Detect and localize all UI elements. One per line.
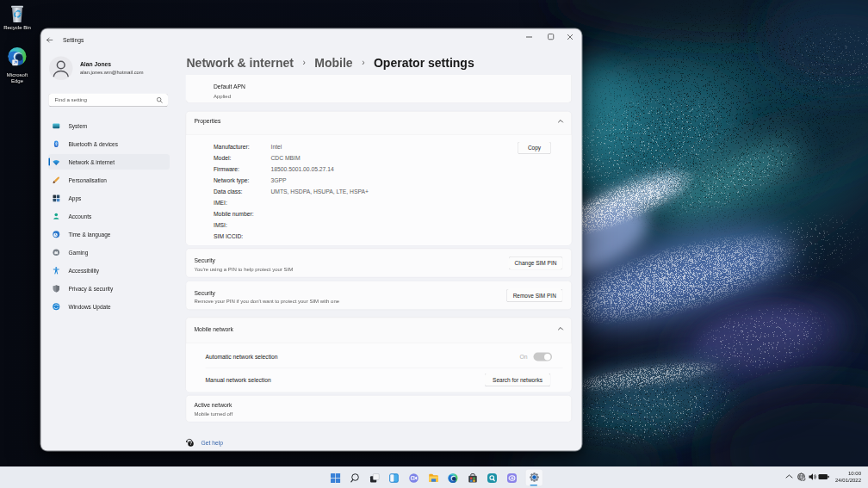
svg-text:?: ? <box>189 442 192 446</box>
